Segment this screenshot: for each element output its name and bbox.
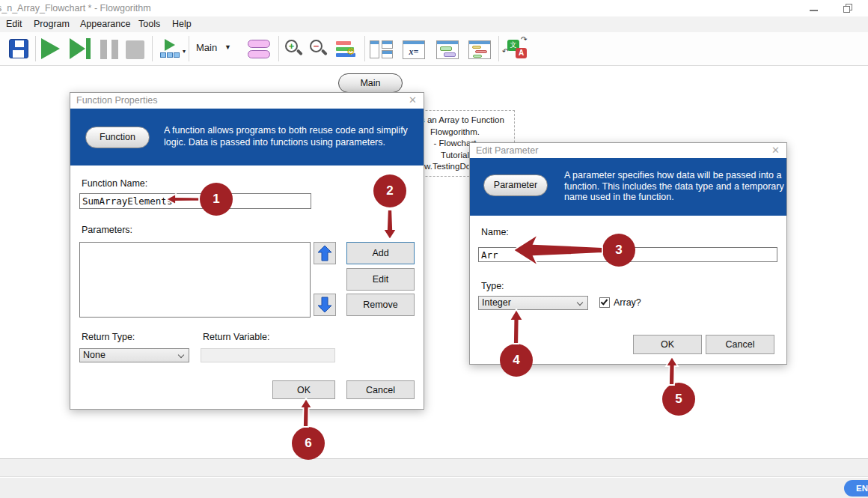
- translate-icon[interactable]: 文 A ↷ ↶: [507, 40, 528, 59]
- dialog-header-band: Parameter A parameter specifies how data…: [470, 158, 786, 216]
- curve-arrow-icon: ↷: [521, 35, 527, 43]
- function-badge: Function: [85, 127, 150, 148]
- floppy-glyph: [9, 39, 28, 58]
- parameters-listbox[interactable]: [79, 242, 311, 318]
- curve-arrow-icon: ↶: [502, 47, 508, 55]
- toolbar: ▾ Main ▼ + − ⚙ x=: [0, 32, 868, 66]
- dialog-title: Function Properties: [76, 95, 157, 106]
- ok-button[interactable]: OK: [272, 380, 335, 399]
- flowgorithm-window: s_n_Array_Flowchart * - Flowgorithm Edit…: [0, 0, 868, 498]
- stop-icon[interactable]: [126, 40, 144, 59]
- close-icon[interactable]: ✕: [771, 145, 780, 156]
- variable-watch-icon[interactable]: x=: [403, 40, 425, 59]
- annotation-arrow-4: [508, 309, 525, 344]
- annotation-arrow-5: [664, 356, 680, 386]
- dialog-title: Edit Parameter: [476, 145, 538, 156]
- menu-edit[interactable]: Edit: [6, 19, 22, 29]
- status-bar: [0, 458, 868, 477]
- chevron-down-icon: [577, 300, 583, 306]
- console-output-icon[interactable]: [468, 40, 491, 59]
- parameters-label: Parameters:: [82, 225, 132, 235]
- comment-line: Tutorial: [441, 150, 469, 162]
- annotation-arrow-1: [165, 192, 200, 206]
- up-arrow-icon: [317, 245, 332, 261]
- separator: [278, 36, 279, 61]
- pause-icon[interactable]: [100, 40, 118, 59]
- main-terminal-node[interactable]: Main: [338, 73, 403, 93]
- return-type-label: Return Type:: [82, 332, 135, 342]
- gear-icon: ⚙: [346, 46, 355, 57]
- down-arrow-icon: [317, 297, 332, 313]
- return-variable-label: Return Variable:: [203, 332, 269, 342]
- run-icon[interactable]: [41, 38, 60, 59]
- separator: [152, 36, 153, 61]
- parameter-type-value: Integer: [482, 297, 511, 308]
- return-type-select[interactable]: None: [79, 348, 189, 362]
- ok-button[interactable]: OK: [633, 335, 702, 354]
- minimize-icon[interactable]: [810, 10, 818, 11]
- function-shapes-icon[interactable]: [248, 40, 270, 58]
- step-icon[interactable]: [70, 38, 92, 59]
- comment-line: Flowgorithm.: [430, 127, 480, 139]
- separator: [498, 36, 499, 61]
- title-bar: s_n_Array_Flowchart * - Flowgorithm: [0, 0, 868, 16]
- menu-tools[interactable]: Tools: [138, 19, 160, 29]
- separator: [189, 36, 189, 61]
- console-chat-icon[interactable]: [436, 40, 459, 59]
- annotation-arrow-3: [513, 232, 604, 268]
- annotation-step-1: 1: [200, 183, 233, 216]
- function-selector-caret-icon[interactable]: ▼: [224, 43, 231, 51]
- restore-icon-front: [843, 6, 850, 13]
- function-name-label: Function Name:: [82, 178, 147, 189]
- array-checkbox[interactable]: [599, 297, 610, 308]
- menu-appearance[interactable]: Appearance: [80, 19, 130, 29]
- annotation-step-2: 2: [373, 174, 406, 207]
- parameter-badge: Parameter: [483, 174, 548, 196]
- separator: [364, 36, 365, 61]
- menu-program[interactable]: Program: [34, 19, 70, 29]
- close-icon[interactable]: ✕: [409, 94, 417, 106]
- dialog-description: A function allows programs to both reuse…: [164, 124, 408, 148]
- annotation-arrow-2: [381, 209, 399, 240]
- zoom-out-icon[interactable]: −: [310, 40, 329, 59]
- annotation-step-5: 5: [662, 383, 695, 416]
- checkmark-icon: [601, 297, 608, 305]
- language-indicator[interactable]: EN: [844, 480, 868, 497]
- move-up-button[interactable]: [314, 242, 336, 264]
- annotation-step-4: 4: [500, 344, 533, 377]
- return-variable-input: [201, 348, 335, 362]
- zoom-in-icon[interactable]: +: [285, 40, 305, 59]
- parameter-type-label: Type:: [481, 281, 504, 291]
- dialog-header-band: Function A function allows programs to b…: [70, 109, 424, 166]
- save-icon[interactable]: [9, 39, 28, 58]
- remove-parameter-button[interactable]: Remove: [346, 294, 415, 316]
- chevron-down-icon: [178, 352, 184, 358]
- parameter-name-label: Name:: [481, 227, 509, 237]
- menu-bar: Edit Program Appearance Tools Help: [0, 16, 868, 32]
- dropdown-caret-icon: ▾: [183, 48, 186, 55]
- function-selector[interactable]: Main: [196, 42, 217, 53]
- function-properties-dialog: Function Properties ✕ Function A functio…: [70, 92, 424, 410]
- annotation-step-3: 3: [602, 234, 635, 267]
- menu-help[interactable]: Help: [172, 19, 192, 29]
- cancel-button[interactable]: Cancel: [346, 380, 415, 399]
- array-checkbox-label: Array?: [614, 297, 641, 308]
- taskbar-strip: [0, 478, 868, 498]
- parameter-type-select[interactable]: Integer: [478, 296, 588, 310]
- separator: [35, 36, 36, 61]
- move-down-button[interactable]: [314, 294, 336, 316]
- edit-parameter-button[interactable]: Edit: [346, 268, 415, 291]
- annotation-arrow-6: [298, 398, 314, 428]
- annotation-step-6: 6: [292, 427, 325, 460]
- cancel-button[interactable]: Cancel: [706, 335, 774, 354]
- window-title: s_n_Array_Flowchart * - Flowgorithm: [0, 3, 151, 13]
- window-layout-icon[interactable]: [370, 40, 394, 58]
- run-to-icon[interactable]: ▾: [160, 39, 186, 60]
- return-type-value: None: [83, 350, 106, 360]
- add-parameter-button[interactable]: Add: [346, 242, 415, 264]
- dialog-description: A parameter specifies how data will be p…: [564, 170, 784, 203]
- chart-colors-icon[interactable]: ⚙: [336, 40, 357, 61]
